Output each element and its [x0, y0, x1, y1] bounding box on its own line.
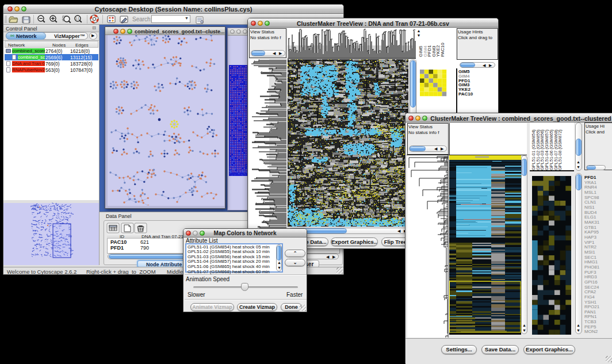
- svg-text:1:1: 1:1: [76, 17, 80, 20]
